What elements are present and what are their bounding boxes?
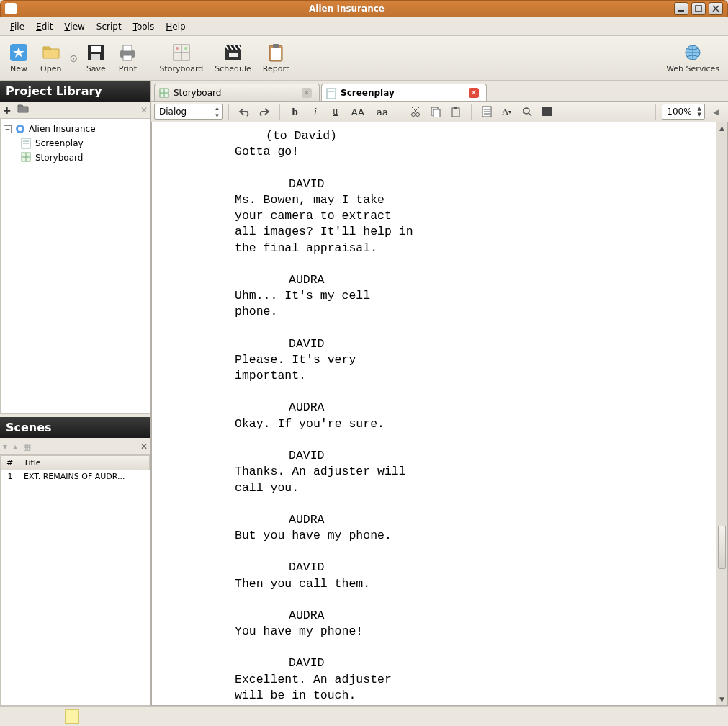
globe-icon [683,42,703,63]
collapse-icon[interactable]: − [4,125,12,133]
project-icon [14,123,26,135]
svg-rect-44 [454,107,457,109]
report-label: Report [263,64,289,73]
copy-button[interactable] [426,103,445,120]
scroll-thumb[interactable] [718,526,726,569]
title-bar: Alien Insurance [0,0,728,17]
scene-down-button[interactable]: ▾ [3,442,7,452]
close-tab-icon[interactable]: ✕ [469,88,479,98]
chevron-updown-icon: ▴▾ [215,104,219,119]
svg-point-25 [18,127,22,131]
close-tab-icon[interactable]: ✕ [302,88,312,98]
folder-button[interactable] [17,104,29,116]
menu-edit[interactable]: Edit [30,19,58,34]
web-services-button[interactable]: Web Services [660,41,725,75]
scenes-col-num[interactable]: # [1,456,19,470]
vertical-scrollbar[interactable]: ▲ ▼ [716,122,728,706]
dialog-line: Gotta go! [152,144,526,160]
find-button[interactable] [518,103,536,120]
menu-view[interactable]: View [58,19,90,34]
scene-row[interactable]: 1 EXT. REMAINS OF AUDR... [1,470,150,483]
screenplay-editor[interactable]: (to David) Gotta go! DAVID Ms. Bowen, ma… [151,122,716,706]
fullscreen-button[interactable] [538,103,557,120]
cut-button[interactable] [406,103,425,120]
add-project-button[interactable]: + [3,104,12,116]
dialog-line: Uhm... It's my cell [152,288,526,304]
svg-rect-35 [327,89,336,99]
zoom-spinner[interactable]: ▲▼ [698,107,701,117]
menu-bar: File Edit View Script Tools Help [0,17,728,36]
close-button[interactable] [709,2,723,15]
print-button[interactable]: Print [112,41,143,75]
underline-button[interactable]: u [326,103,345,120]
undo-button[interactable] [235,103,253,120]
tab-screenplay[interactable]: Screenplay ✕ [321,84,487,101]
tree-node-screenplay[interactable]: Screenplay [4,136,147,151]
save-button[interactable]: Save [80,41,112,75]
spellcheck-word: Okay [235,417,264,431]
dialog-line: You have my phone! [152,624,526,640]
toolbar-overflow-icon[interactable]: ⊙ [67,53,80,64]
menu-file[interactable]: File [4,19,30,34]
menu-help[interactable]: Help [160,19,191,34]
menu-script[interactable]: Script [91,19,127,34]
open-label: Open [40,64,61,73]
scroll-left-icon[interactable]: ◀ [706,103,725,120]
character-line: AUDRA [152,608,716,624]
scene-up-button[interactable]: ▴ [13,442,17,452]
tree-node-root[interactable]: − Alien Insurance [4,122,147,136]
notes-icon[interactable] [65,709,79,724]
svg-line-39 [412,107,418,113]
bold-button[interactable]: b [286,103,305,120]
lowercase-button[interactable]: aa [371,103,394,120]
font-size-button[interactable]: A▾ [498,103,516,120]
uppercase-button[interactable]: AA [346,103,369,120]
minimize-button[interactable] [674,2,688,15]
scroll-up-icon[interactable]: ▲ [716,122,727,134]
character-line: AUDRA [152,272,716,288]
spellcheck-word: Uhm [235,289,256,303]
tab-storyboard-label: Storyboard [174,88,221,98]
zoom-control[interactable]: 100% ▲▼ [662,104,705,120]
dialog-line: Okay. If you're sure. [152,416,526,432]
svg-rect-42 [433,109,440,117]
new-button[interactable]: New [3,41,35,75]
tab-screenplay-label: Screenplay [341,88,395,98]
scenes-col-title[interactable]: Title [19,456,150,470]
maximize-button[interactable] [691,2,706,15]
close-panel-button[interactable]: ✕ [140,105,148,115]
redo-button[interactable] [255,103,274,120]
paste-button[interactable] [446,103,465,120]
page-view-button[interactable] [477,103,496,120]
document-tabs: Storyboard ✕ Screenplay ✕ [151,81,728,101]
project-tree[interactable]: − Alien Insurance Screenplay Storyboard [0,119,150,414]
schedule-label: Schedule [215,64,251,73]
save-label: Save [86,64,106,73]
menu-tools[interactable]: Tools [127,19,161,34]
dialog-line: Excellent. An adjuster [152,672,526,688]
svg-line-40 [413,107,419,113]
scene-title: EXT. REMAINS OF AUDR... [19,472,150,481]
schedule-button[interactable]: Schedule [209,41,257,75]
scene-edit-button[interactable]: ▦ [23,442,31,452]
svg-rect-7 [91,46,101,52]
scroll-down-icon[interactable]: ▼ [716,694,727,705]
dialog-line: Thanks. An adjuster will [152,464,526,480]
open-button[interactable]: Open [35,41,67,75]
scenes-table[interactable]: # Title 1 EXT. REMAINS OF AUDR... [0,455,150,706]
window-title: Alien Insurance [19,4,674,14]
svg-rect-19 [229,53,238,57]
style-dropdown[interactable]: Dialog ▴▾ [154,104,223,120]
grid-icon [171,42,192,63]
tree-node-storyboard[interactable]: Storyboard [4,151,147,165]
tab-storyboard[interactable]: Storyboard ✕ [154,84,320,101]
dialog-line: will be in touch. [152,688,526,704]
close-scenes-button[interactable]: ✕ [140,442,148,452]
dialog-line: phone. [152,304,526,320]
report-button[interactable]: Report [257,41,295,75]
svg-rect-22 [273,44,279,48]
italic-button[interactable]: i [306,103,325,120]
svg-rect-21 [271,48,281,60]
storyboard-button[interactable]: Storyboard [153,41,209,75]
dialog-line: call you. [152,480,526,496]
